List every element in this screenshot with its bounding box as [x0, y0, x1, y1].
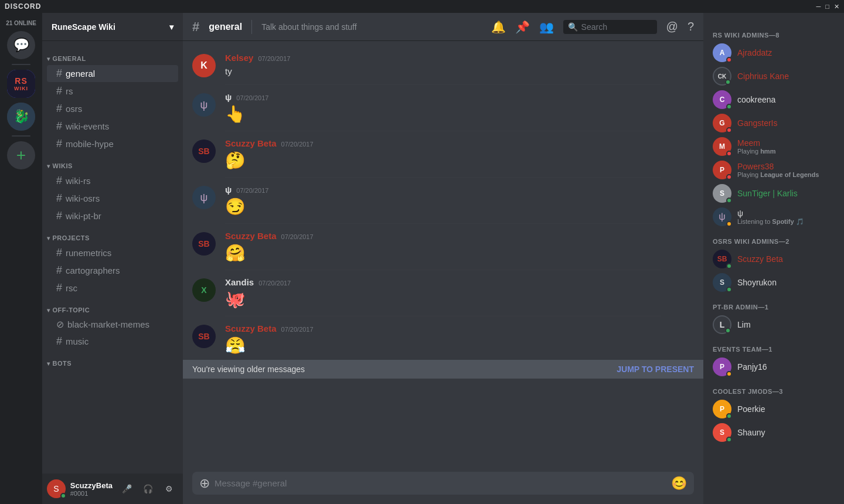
channel-item-rs[interactable]: # rs	[47, 83, 178, 100]
avatar: ψ	[192, 93, 216, 117]
avatar: A	[713, 43, 731, 62]
avatar: S	[47, 479, 66, 498]
member-item[interactable]: C cookreena	[708, 88, 839, 111]
message-header: ψ 07/20/2017	[225, 185, 694, 195]
pin-icon[interactable]: 📌	[515, 20, 530, 34]
channel-name: wiki-pt-br	[66, 211, 101, 221]
settings-button[interactable]: ⚙	[159, 479, 178, 498]
jump-to-present-button[interactable]: JUMP TO PRESENT	[617, 365, 694, 374]
avatar: X	[192, 278, 216, 302]
microphone-button[interactable]: 🎤	[117, 479, 136, 498]
add-server-button[interactable]: +	[7, 141, 35, 169]
category-bots[interactable]: ▾ BOTS	[42, 350, 183, 369]
username: ScuzzyBeta	[70, 481, 113, 490]
message-divider	[225, 223, 661, 224]
message-timestamp: 07/20/2017	[281, 326, 314, 333]
member-info: Ciphrius Kane	[737, 71, 789, 81]
member-name: SunTiger | Karlis	[737, 189, 798, 198]
older-messages-text: You're viewing older messages	[192, 365, 305, 374]
message-content: Scuzzy Beta 07/20/2017 🤔	[225, 138, 694, 170]
members-icon[interactable]: 👥	[539, 20, 554, 34]
member-item[interactable]: S Shoyrukon	[708, 271, 839, 294]
headset-button[interactable]: 🎧	[138, 479, 157, 498]
hash-icon: #	[56, 282, 62, 294]
message-header: Scuzzy Beta 07/20/2017	[225, 138, 694, 148]
member-item[interactable]: CK Ciphrius Kane	[708, 64, 839, 88]
member-item[interactable]: G GangsterIs	[708, 111, 839, 135]
message-author: Kelsey	[225, 53, 253, 63]
member-item[interactable]: ψ ψ Listening to Spotify 🎵	[708, 205, 839, 229]
close-button[interactable]: ✕	[834, 3, 839, 11]
avatar: ψ	[192, 186, 216, 209]
channel-item-music[interactable]: # music	[47, 333, 178, 350]
at-icon[interactable]: @	[666, 20, 678, 33]
server-list: 21 ONLINE 💬 RSWIKI 🐉 +	[0, 13, 42, 504]
category-off-topic[interactable]: ▾ OFF-TOPIC	[42, 297, 183, 316]
member-name: Shoyrukon	[737, 278, 777, 287]
channel-item-mobile-hype[interactable]: # mobile-hype	[47, 135, 178, 152]
add-attachment-button[interactable]: ⊕	[199, 476, 210, 491]
message-header: Scuzzy Beta 07/20/2017	[225, 231, 694, 241]
channel-item-cartographers[interactable]: # cartographers	[47, 262, 178, 279]
member-item[interactable]: S Shauny	[708, 421, 839, 444]
avatar: SB	[192, 325, 216, 348]
message-emoji: 😏	[225, 197, 694, 216]
channel-item-wiki-osrs[interactable]: # wiki-osrs	[47, 190, 178, 207]
header-divider	[251, 20, 252, 34]
hash-icon: #	[56, 67, 62, 80]
member-item[interactable]: SB Scuzzy Beta	[708, 247, 839, 271]
message-header: ψ 07/20/2017	[225, 92, 694, 102]
minimize-button[interactable]: ─	[816, 3, 821, 11]
channel-item-wiki-rs[interactable]: # wiki-rs	[47, 172, 178, 189]
channel-list: ▾ GENERAL # general # rs # osrs # wiki-e…	[42, 41, 183, 474]
member-item[interactable]: L Lim	[708, 313, 839, 336]
server-icon-dragon[interactable]: 🐉	[7, 103, 35, 131]
message-author: Scuzzy Beta	[225, 231, 277, 241]
member-item[interactable]: P Poerkie	[708, 397, 839, 421]
server-icon-dm[interactable]: 💬	[7, 31, 35, 59]
channel-item-osrs[interactable]: # osrs	[47, 100, 178, 117]
channel-item-general[interactable]: # general	[47, 65, 178, 82]
message-emoji: 😤	[225, 336, 694, 355]
message-timestamp: 07/20/2017	[281, 233, 314, 240]
category-wikis[interactable]: ▾ WIKIS	[42, 153, 183, 172]
channel-item-wiki-pt-br[interactable]: # wiki-pt-br	[47, 207, 178, 224]
category-arrow: ▾	[47, 56, 50, 62]
channel-topic: Talk about things and stuff	[261, 22, 356, 32]
emoji-button[interactable]: 😊	[671, 476, 687, 491]
message-input[interactable]	[215, 472, 671, 495]
avatar: K	[192, 54, 216, 77]
notification-bell-icon[interactable]: 🔔	[491, 20, 506, 34]
message-group: SB Scuzzy Beta 07/20/2017 😤	[183, 321, 703, 357]
channel-item-runemetrics[interactable]: # runemetrics	[47, 244, 178, 261]
member-activity: Listening to Spotify 🎵	[737, 218, 804, 226]
channel-item-rsc[interactable]: # rsc	[47, 280, 178, 297]
category-general[interactable]: ▾ GENERAL	[42, 46, 183, 64]
channel-item-black-market-memes[interactable]: ⊘ black-market-memes	[47, 316, 178, 332]
members-sidebar: RS WIKI ADMINS—8 A Ajraddatz CK Ciphrius…	[703, 13, 844, 504]
hash-nsfw-icon: ⊘	[56, 319, 64, 330]
member-item[interactable]: P Panjy16	[708, 355, 839, 379]
member-item[interactable]: S SunTiger | Karlis	[708, 182, 839, 205]
member-name: Lim	[737, 320, 751, 329]
member-item[interactable]: A Ajraddatz	[708, 41, 839, 64]
hash-icon: #	[56, 247, 62, 259]
member-item[interactable]: M Meem Playing hmm	[708, 135, 839, 158]
member-item[interactable]: P Powers38 Playing League of Legends	[708, 158, 839, 182]
message-content: ψ 07/20/2017 😏	[225, 185, 694, 216]
window-controls[interactable]: ─ □ ✕	[816, 3, 839, 11]
category-projects[interactable]: ▾ PROJECTS	[42, 225, 183, 244]
message-timestamp: 07/20/2017	[258, 280, 291, 287]
server-header[interactable]: RuneScape Wiki ▾	[42, 13, 183, 41]
avatar: P	[713, 357, 731, 376]
help-icon[interactable]: ?	[688, 20, 694, 33]
hash-icon: #	[56, 85, 62, 97]
hash-icon: #	[56, 175, 62, 187]
maximize-button[interactable]: □	[825, 3, 829, 11]
message-divider	[225, 270, 661, 270]
channel-item-wiki-events[interactable]: # wiki-events	[47, 118, 178, 135]
search-input[interactable]	[581, 22, 652, 32]
channel-name: osrs	[66, 104, 82, 114]
server-icon-rswiki[interactable]: RSWIKI	[7, 70, 35, 98]
search-box[interactable]: 🔍	[563, 20, 657, 34]
